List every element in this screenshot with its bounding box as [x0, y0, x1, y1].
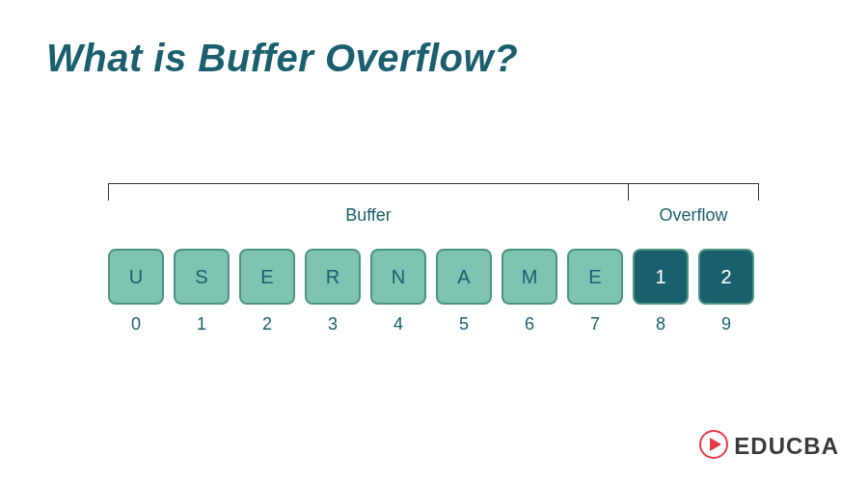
- cell-index: 2: [239, 314, 295, 335]
- play-icon: [699, 430, 728, 463]
- cell-overflow: 1: [633, 249, 689, 305]
- logo-text: EDUCBA: [734, 433, 839, 460]
- cell-overflow: 2: [698, 249, 754, 305]
- page-title: What is Buffer Overflow?: [46, 37, 518, 80]
- cell: S: [174, 249, 230, 305]
- cell-index: 3: [305, 314, 361, 335]
- cell-index: 6: [502, 314, 557, 335]
- cell: E: [239, 249, 295, 305]
- cell-index: 8: [633, 314, 689, 335]
- cell: E: [567, 249, 623, 305]
- cell: A: [436, 249, 492, 305]
- cell: R: [305, 249, 361, 305]
- index-row: 0 1 2 3 4 5 6 7 8 9: [108, 314, 760, 335]
- section-brackets: Buffer Overflow: [108, 183, 760, 231]
- brand-logo: EDUCBA: [699, 430, 839, 463]
- overflow-bracket: Overflow: [628, 183, 759, 201]
- cell: M: [502, 249, 557, 305]
- cell-index: 9: [698, 314, 754, 335]
- buffer-label: Buffer: [109, 205, 628, 226]
- cell-index: 1: [174, 314, 230, 335]
- cell-index: 0: [108, 314, 164, 335]
- cell-index: 7: [567, 314, 623, 335]
- cell-index: 5: [436, 314, 492, 335]
- cells-row: U S E R N A M E 1 2: [108, 249, 760, 305]
- buffer-overflow-diagram: Buffer Overflow U S E R N A M E 1 2 0 1 …: [108, 183, 760, 335]
- cell: N: [370, 249, 426, 305]
- cell: U: [108, 249, 164, 305]
- buffer-bracket: Buffer: [108, 183, 629, 201]
- overflow-label: Overflow: [629, 205, 758, 226]
- cell-index: 4: [370, 314, 426, 335]
- svg-marker-1: [710, 438, 721, 451]
